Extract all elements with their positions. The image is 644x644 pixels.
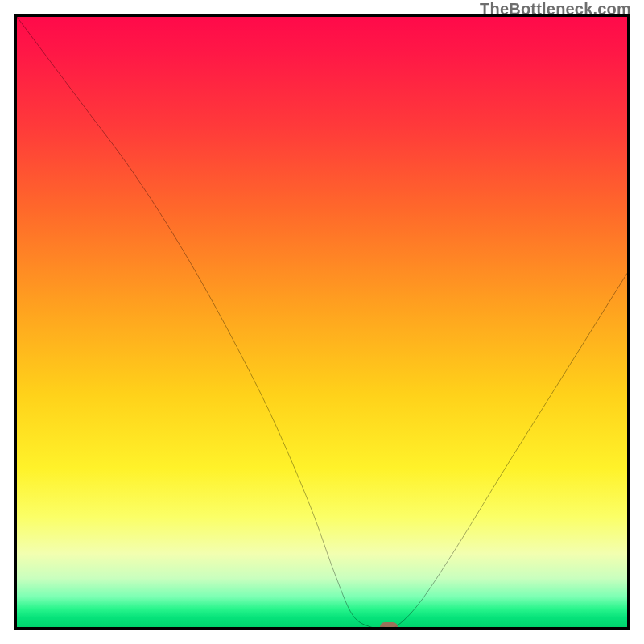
plot-area bbox=[14, 14, 630, 630]
curve-layer bbox=[17, 17, 627, 627]
bottleneck-curve-path bbox=[17, 17, 627, 627]
bottleneck-chart: TheBottleneck.com bbox=[0, 0, 644, 644]
optimum-marker bbox=[380, 622, 398, 630]
